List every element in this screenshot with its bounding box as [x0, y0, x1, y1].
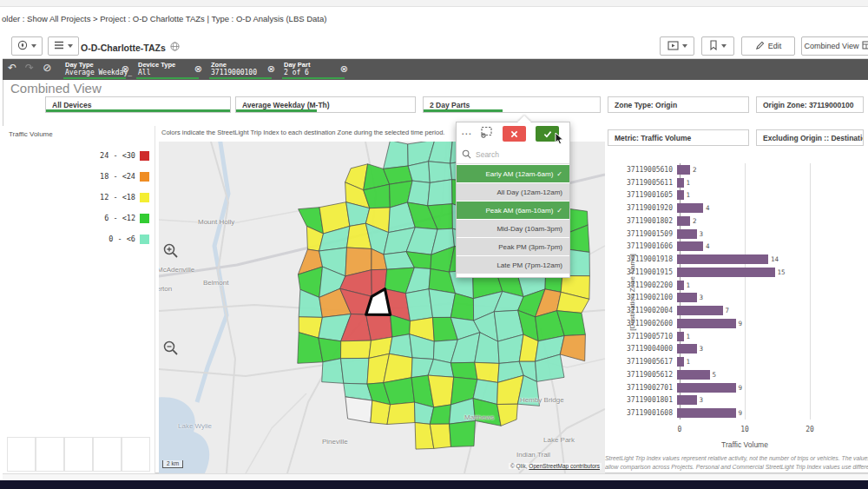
bar-value-label: 2 [693, 217, 697, 225]
chip-underline [63, 77, 126, 79]
bar[interactable] [677, 293, 697, 302]
bar[interactable] [677, 306, 723, 315]
horizontal-scrollbar[interactable] [3, 473, 868, 480]
legend-item-label: 12 - <18 [100, 193, 135, 202]
zone-id-label: 37119005611 [608, 179, 677, 187]
chart-row[interactable]: 371190016051 [608, 189, 868, 202]
filter-box-excluding[interactable]: Excluding Origin :: Destination [756, 129, 864, 146]
chart-row[interactable]: 371190020047 [608, 304, 868, 317]
chart-row[interactable]: 3711900191814 [608, 253, 868, 266]
check-icon: ✓ [556, 207, 562, 215]
lasso-icon[interactable] [480, 126, 493, 142]
more-menu-icon[interactable]: ⋯ [461, 128, 472, 140]
zone-id-label: 37119005710 [608, 333, 677, 340]
sheets-menu-button[interactable] [48, 36, 79, 56]
bar[interactable] [677, 319, 736, 328]
bar[interactable] [677, 395, 697, 405]
remove-selection-icon[interactable]: ⊗ [267, 63, 275, 75]
filter-box-devices[interactable]: All Devices [45, 96, 231, 113]
bar[interactable] [677, 370, 710, 380]
attribution-link[interactable]: OpenStreetMap contributors [529, 463, 600, 469]
bar[interactable] [677, 344, 697, 354]
chip-value: 37119000100 [211, 69, 273, 76]
selection-chip[interactable]: Device TypeAll⊗ [135, 59, 204, 80]
bar[interactable] [677, 229, 697, 239]
day-part-option[interactable]: Peak PM (3pm-7pm) [457, 238, 569, 255]
bar[interactable] [677, 241, 703, 251]
cancel-selection-button[interactable] [503, 126, 526, 142]
selection-progress [424, 109, 503, 112]
filter-box-day-parts[interactable]: 2 Day Parts [423, 96, 601, 113]
day-part-option[interactable]: Early AM (12am-6am)✓ [457, 165, 569, 182]
filter-box-zone-type[interactable]: Zone Type: Origin [608, 96, 749, 113]
chip-label: Day Part [284, 61, 346, 69]
remove-selection-icon[interactable]: ⊗ [340, 63, 348, 75]
chart-row[interactable]: 371190040003 [608, 343, 868, 356]
bar[interactable] [677, 268, 775, 277]
legend-item-label: 24 - <30 [100, 151, 135, 160]
placeholder-box [7, 437, 36, 472]
selection-chip[interactable]: Day TypeAverage Weekday_⊗ [62, 59, 131, 80]
chart-row[interactable]: 371190015093 [608, 228, 868, 241]
chart-row[interactable]: 3711900191515 [608, 266, 868, 279]
map-zoom-in-button[interactable] [162, 242, 181, 261]
selections-forward-icon[interactable]: ↷ [25, 62, 34, 74]
chip-value: Average Weekday_ [65, 69, 128, 76]
chart-row[interactable]: 371190016089 [608, 406, 868, 420]
filter-box-metric[interactable]: Metric: Traffic Volume [608, 129, 749, 146]
bar[interactable] [677, 254, 768, 264]
chart-row[interactable]: 371190056111 [608, 176, 868, 189]
map-place-label: erton [159, 285, 172, 293]
selection-chip[interactable]: Day Part2 of 6⊗ [280, 59, 350, 80]
selection-progress [46, 109, 230, 112]
bar[interactable] [677, 408, 736, 418]
bar[interactable] [677, 332, 684, 341]
selection-chip[interactable]: Zone37119000100⊗ [207, 59, 277, 80]
remove-selection-icon[interactable]: ⊗ [194, 63, 202, 75]
chart-row[interactable]: 371190056102 [608, 163, 868, 176]
bar[interactable] [677, 281, 684, 290]
day-part-option[interactable]: Peak AM (6am-10am)✓ [457, 202, 569, 219]
option-label: All Day (12am-12am) [496, 188, 562, 196]
map-zoom-out-button[interactable] [162, 340, 181, 359]
bar[interactable] [677, 190, 684, 200]
chart-row[interactable]: 371190021003 [608, 292, 868, 305]
bookmark-button[interactable] [701, 36, 734, 56]
bar[interactable] [677, 216, 690, 226]
remove-selection-icon[interactable]: ⊗ [122, 63, 129, 75]
bar-value-label: 9 [739, 409, 743, 417]
chart-row[interactable]: 371190026009 [608, 317, 868, 330]
chart-row[interactable]: 371190027019 [608, 381, 868, 394]
bar[interactable] [677, 178, 684, 188]
day-part-option[interactable]: Late PM (7pm-12am) [457, 256, 569, 274]
popup-search-row [457, 145, 569, 164]
view-selector-button[interactable]: Combined View [801, 36, 868, 56]
clear-selections-icon[interactable]: ⊘ [43, 62, 51, 74]
presentation-icon [667, 41, 679, 52]
search-input[interactable] [476, 150, 554, 159]
chart-row[interactable]: 371190018013 [608, 394, 868, 407]
bar[interactable] [677, 203, 703, 213]
bar[interactable] [677, 357, 684, 367]
chart-row[interactable]: 371190019204 [608, 202, 868, 215]
zone-id-label: 37119002600 [608, 320, 677, 327]
selections-back-icon[interactable]: ↶ [8, 62, 16, 74]
storytelling-button[interactable] [660, 36, 694, 56]
day-part-option[interactable]: All Day (12am-12am) [457, 183, 569, 201]
filter-box-day-type[interactable]: Average Weekday (M-Th) [235, 96, 416, 113]
chart-row[interactable]: 371190056171 [608, 355, 868, 368]
navigation-menu-button[interactable] [11, 36, 43, 56]
bar[interactable] [677, 165, 690, 175]
filter-box-origin-zone[interactable]: Origin Zone: 37119000100 [756, 96, 864, 113]
chart-row[interactable]: 371190022001 [608, 279, 868, 292]
chart-row[interactable]: 371190018022 [608, 215, 868, 228]
bar-value-label: 3 [700, 345, 704, 353]
bar-value-label: 9 [739, 384, 743, 392]
day-part-option[interactable]: Mid-Day (10am-3pm) [457, 220, 569, 237]
edit-button[interactable]: Edit [741, 36, 795, 56]
chart-row[interactable]: 371190056125 [608, 368, 868, 381]
chart-row[interactable]: 371190057101 [608, 330, 868, 343]
attribution-prefix: © Qlik, [510, 463, 529, 469]
chart-row[interactable]: 371190016064 [608, 241, 868, 254]
bar[interactable] [677, 383, 736, 393]
